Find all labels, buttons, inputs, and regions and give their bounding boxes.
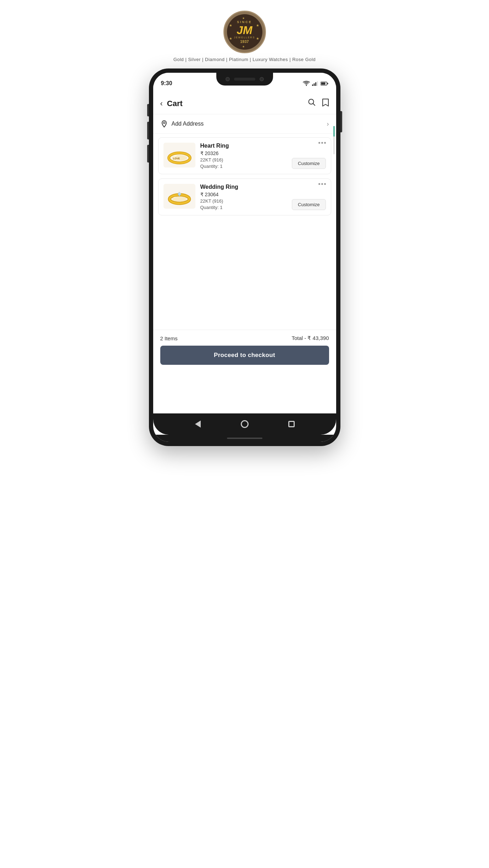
nav-home-button[interactable] (240, 419, 250, 429)
app-header: ‹ Cart (153, 94, 336, 114)
svg-text:★: ★ (242, 45, 245, 48)
page-title: Cart (167, 99, 183, 108)
phone-screen: 9:30 (153, 73, 336, 442)
volume-down-button (147, 145, 149, 163)
items-count: 2 Items (160, 335, 178, 341)
cart-item: LOVE Heart Ring ₹ 20326 22KT (916) Quant… (158, 137, 331, 174)
header-left: ‹ Cart (160, 99, 183, 108)
wifi-icon (303, 81, 310, 86)
item-image-wedding-ring (163, 184, 195, 209)
notch (216, 73, 273, 86)
svg-text:★: ★ (256, 37, 259, 40)
item-more-options[interactable] (318, 183, 326, 185)
scroll-indicator (333, 126, 335, 154)
back-button[interactable]: ‹ (160, 99, 163, 108)
svg-text:★: ★ (229, 23, 232, 27)
svg-rect-11 (321, 82, 325, 84)
add-address-label: Add Address (172, 121, 204, 127)
brand-header: SINCE JM JEWELLERS 1937 ★ ★ ★ ★ ★ ★ Gold… (173, 11, 316, 62)
volume-up-button (147, 122, 149, 139)
item-price: ₹ 20326 (200, 150, 326, 156)
customize-button[interactable]: Customize (292, 199, 326, 210)
search-button[interactable] (308, 98, 316, 109)
dot-menu-icon[interactable] (318, 142, 326, 144)
add-address-row[interactable]: Add Address › (153, 114, 336, 134)
item-name: Heart Ring (200, 143, 326, 149)
status-time: 9:30 (161, 80, 172, 87)
cart-items-list: LOVE Heart Ring ₹ 20326 22KT (916) Quant… (153, 134, 336, 330)
location-icon (160, 120, 168, 128)
empty-cart-space (158, 220, 331, 326)
item-more-options[interactable] (318, 142, 326, 144)
battery-icon (321, 81, 328, 86)
item-name: Wedding Ring (200, 184, 326, 190)
nav-back-button[interactable] (193, 419, 203, 429)
brand-logo: SINCE JM JEWELLERS 1937 ★ ★ ★ ★ ★ ★ (223, 11, 266, 53)
scroll-thumb (333, 126, 335, 137)
front-sensor (260, 77, 264, 81)
bookmark-button[interactable] (322, 98, 329, 109)
header-actions (308, 98, 329, 109)
volume-mute-button (147, 104, 149, 116)
power-button (340, 111, 342, 132)
customize-button[interactable]: Customize (292, 158, 326, 169)
svg-rect-7 (313, 83, 315, 86)
app-content: ‹ Cart (153, 94, 336, 413)
svg-rect-12 (327, 83, 328, 84)
brand-tagline: Gold | Silver | Diamond | Platinum | Lux… (173, 57, 316, 62)
address-chevron-icon: › (327, 120, 329, 128)
address-left: Add Address (160, 120, 204, 128)
nav-recent-button[interactable] (287, 419, 296, 429)
chin-indicator (227, 438, 262, 439)
item-image-heart-ring: LOVE (163, 143, 195, 167)
android-nav-bar (153, 413, 336, 435)
status-bar: 9:30 (153, 73, 336, 94)
phone-frame: 9:30 (149, 68, 340, 446)
svg-text:★: ★ (229, 37, 232, 40)
cart-item: Wedding Ring ₹ 23064 22KT (916) Quantity… (158, 178, 331, 215)
status-icons (303, 81, 328, 86)
svg-line-14 (313, 104, 315, 106)
svg-rect-8 (315, 82, 316, 86)
checkout-button[interactable]: Proceed to checkout (160, 346, 329, 365)
svg-text:★: ★ (242, 17, 245, 20)
order-summary: 2 Items Total - ₹ 43,390 (160, 335, 329, 341)
svg-text:★: ★ (256, 23, 259, 27)
bottom-bar: 2 Items Total - ₹ 43,390 Proceed to chec… (153, 330, 336, 368)
svg-rect-9 (317, 81, 318, 86)
item-price: ₹ 23064 (200, 192, 326, 197)
order-total: Total - ₹ 43,390 (291, 335, 329, 341)
svg-rect-6 (312, 84, 313, 86)
dot-menu-icon[interactable] (318, 183, 326, 185)
svg-text:LOVE: LOVE (173, 157, 180, 160)
front-camera (226, 77, 230, 81)
svg-point-15 (163, 122, 165, 124)
phone-chin (153, 435, 336, 442)
signal-icon (312, 81, 318, 86)
speaker (234, 78, 255, 81)
